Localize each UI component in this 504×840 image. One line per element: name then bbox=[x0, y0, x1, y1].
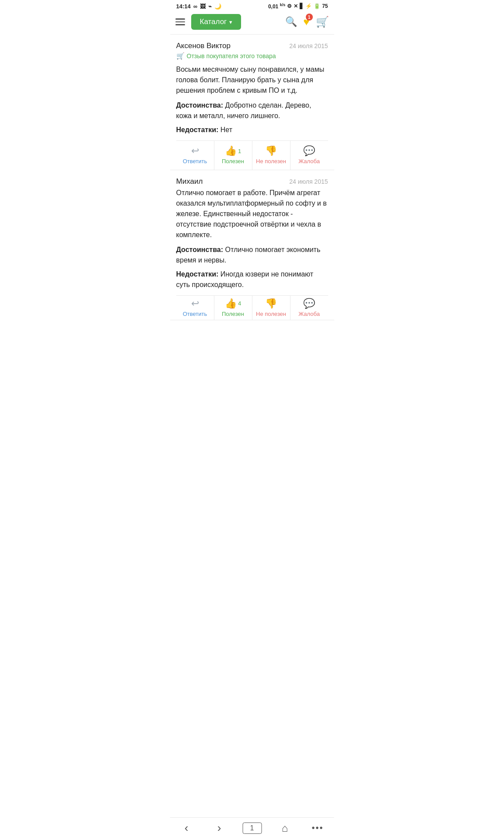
review-pros: Достоинства: Отлично помогает экономить … bbox=[176, 245, 328, 266]
review-text: Отлично помогает в работе. Причём агрега… bbox=[176, 188, 328, 240]
navbar: Каталог ▾ 🔍 ♥ 1 🛒 bbox=[170, 11, 334, 35]
complaint-icon: 💬 bbox=[303, 145, 315, 157]
moon-icon: 🌙 bbox=[214, 3, 221, 10]
review-header: Михаил 24 июля 2015 bbox=[176, 177, 328, 186]
useful-button[interactable]: 👍 1 Полезен bbox=[214, 141, 252, 170]
thumbs-up-icon: 👍 bbox=[225, 298, 237, 309]
not-useful-button[interactable]: 👎 Не полезен bbox=[252, 141, 290, 170]
cart-small-icon: 🛒 bbox=[176, 52, 185, 60]
thumbs-down-icon: 👎 bbox=[265, 145, 277, 157]
nav-left: Каталог ▾ bbox=[175, 14, 242, 30]
reviews-list: Аксенов Виктор 24 июля 2015 🛒 Отзыв поку… bbox=[170, 35, 334, 351]
favorites-badge: 1 bbox=[306, 14, 313, 21]
infinity-icon: ∞ bbox=[193, 3, 197, 10]
complaint-button[interactable]: 💬 Жалоба bbox=[290, 296, 328, 320]
reply-button[interactable]: ↩ Ответить bbox=[176, 296, 214, 320]
useful-count: 1 bbox=[238, 148, 241, 154]
review-date: 24 июля 2015 bbox=[289, 178, 328, 185]
cons-label: Недостатки: bbox=[176, 126, 219, 133]
review-author: Михаил bbox=[176, 177, 203, 186]
katalog-label: Каталог bbox=[200, 18, 227, 26]
pros-label: Достоинства: bbox=[176, 102, 224, 109]
bluetooth-icon: ⚙ bbox=[287, 3, 292, 9]
favorites-button[interactable]: ♥ 1 bbox=[303, 16, 309, 28]
review-author: Аксенов Виктор bbox=[176, 42, 231, 50]
review-date: 24 июля 2015 bbox=[289, 42, 328, 49]
battery-icon: 🔋 bbox=[314, 3, 320, 9]
cons-text: Нет bbox=[218, 126, 232, 133]
time: 14:14 bbox=[176, 3, 191, 10]
reply-button[interactable]: ↩ Ответить bbox=[176, 141, 214, 170]
review-actions-partial: ↩ Ответить 👍 4 Полезен 👎 Не полезен 💬 Жа… bbox=[176, 295, 328, 320]
battery-level: 75 bbox=[322, 3, 328, 9]
review-item: Михаил 24 июля 2015 Отлично помогает в р… bbox=[170, 170, 334, 320]
review-header: Аксенов Виктор 24 июля 2015 bbox=[176, 42, 328, 50]
useful-label: Полезен bbox=[222, 158, 244, 164]
useful-button[interactable]: 👍 4 Полезен bbox=[214, 296, 252, 320]
thumbs-up-icon: 👍 bbox=[225, 145, 237, 157]
cons-label: Недостатки: bbox=[176, 270, 219, 278]
not-useful-label: Не полезен bbox=[256, 158, 286, 164]
review-text: Восьми месячному сыну понравился, у мамы… bbox=[176, 64, 328, 96]
status-left: 14:14 ∞ 🖼 ⌁ 🌙 bbox=[176, 3, 222, 10]
not-useful-button[interactable]: 👎 Не полезен bbox=[252, 296, 290, 320]
complaint-icon: 💬 bbox=[303, 298, 315, 309]
image-icon: 🖼 bbox=[200, 3, 206, 10]
useful-top: 👍 4 bbox=[225, 298, 241, 309]
reply-icon: ↩ bbox=[191, 145, 199, 157]
flash-icon: ⚡ bbox=[305, 3, 312, 9]
status-right: 0,01 k/s ⚙ ✕ ▋ ⚡ 🔋 75 bbox=[268, 3, 328, 10]
verified-purchase-link[interactable]: 🛒 Отзыв покупателя этого товара bbox=[176, 52, 328, 60]
reply-icon: ↩ bbox=[191, 298, 199, 309]
katalog-button[interactable]: Каталог ▾ bbox=[191, 14, 242, 30]
review-item: Аксенов Виктор 24 июля 2015 🛒 Отзыв поку… bbox=[170, 35, 334, 170]
complaint-label: Жалоба bbox=[298, 158, 320, 164]
useful-top: 👍 1 bbox=[225, 145, 241, 157]
complaint-label: Жалоба bbox=[298, 311, 320, 317]
useful-label: Полезен bbox=[222, 311, 244, 317]
not-useful-label: Не полезен bbox=[256, 311, 286, 317]
chevron-down-icon: ▾ bbox=[229, 19, 232, 25]
review-cons: Недостатки: Иногда юзвери не понимают су… bbox=[176, 269, 328, 290]
reply-label: Ответить bbox=[183, 158, 207, 164]
cart-button[interactable]: 🛒 bbox=[316, 16, 329, 28]
usb-icon: ⌁ bbox=[208, 3, 212, 10]
data-speed: 0,01 k/s bbox=[268, 3, 285, 10]
verified-label: Отзыв покупателя этого товара bbox=[187, 52, 276, 60]
mute-icon: ✕ bbox=[294, 3, 298, 9]
pros-label: Достоинства: bbox=[176, 246, 224, 253]
signal-icon: ▋ bbox=[300, 3, 304, 9]
menu-button[interactable] bbox=[175, 18, 185, 25]
reply-label: Ответить bbox=[183, 311, 207, 317]
review-actions: ↩ Ответить 👍 1 Полезен 👎 Не полезен 💬 Жа… bbox=[176, 140, 328, 170]
status-bar: 14:14 ∞ 🖼 ⌁ 🌙 0,01 k/s ⚙ ✕ ▋ ⚡ 🔋 75 bbox=[170, 0, 334, 11]
review-cons: Недостатки: Нет bbox=[176, 125, 328, 135]
search-button[interactable]: 🔍 bbox=[285, 16, 297, 28]
complaint-button[interactable]: 💬 Жалоба bbox=[290, 141, 328, 170]
nav-right: 🔍 ♥ 1 🛒 bbox=[285, 16, 329, 28]
thumbs-down-icon: 👎 bbox=[265, 298, 277, 309]
useful-count: 4 bbox=[238, 300, 241, 307]
review-pros: Достоинства: Добротно сделан. Дерево, ко… bbox=[176, 100, 328, 121]
